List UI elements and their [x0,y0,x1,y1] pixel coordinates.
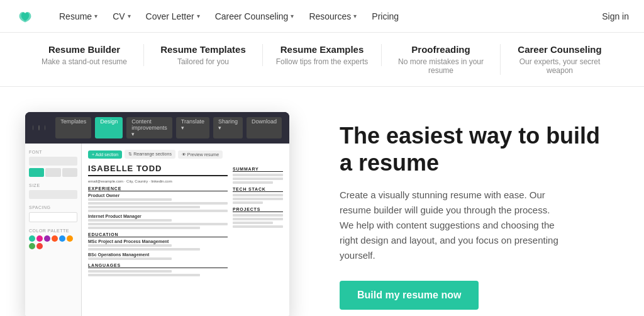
sidebar-section-spacing: SPACING [29,205,77,222]
resume-line [88,270,172,273]
feature-subtitle: Follow tips from the experts [273,57,371,66]
sidebar-label: FONT [29,150,77,154]
feature-subtitle: Make a stand-out resume [35,57,133,66]
logo[interactable] [15,9,35,23]
tab-download[interactable]: Download [247,117,282,138]
resume-candidate-name: ISABELLE TODD [88,164,228,176]
nav-cover-letter[interactable]: Cover Letter ▾ [140,8,206,25]
tab-content[interactable]: Content improvements ▾ [126,117,172,138]
feature-subtitle: Our experts, your secret weapon [511,57,609,75]
feature-title: Career Counseling [511,44,609,55]
nav-pricing[interactable]: Pricing [365,8,405,25]
resume-lines [88,257,228,260]
resume-line [88,219,172,222]
resume-lines [233,194,283,204]
resume-section-summary: SUMMARY [233,167,283,172]
feature-title: Resume Examples [273,44,371,55]
resume-line [233,194,283,196]
tab-translate[interactable]: Translate ▾ [176,117,209,138]
nav-items: Resume ▾ CV ▾ Cover Letter ▾ Career Coun… [53,8,602,25]
hero-panel: The easiest way to build a resume Create… [327,122,606,310]
sidebar-btn-alt2[interactable] [62,168,77,177]
sign-in-button[interactable]: Sign in [602,11,629,21]
chevron-down-icon: ▾ [291,13,294,20]
resume-line [233,225,283,228]
resume-section-projects: PROJECTS [233,207,283,212]
window-dot [45,125,45,130]
window-dot [33,125,33,130]
resume-line [88,223,228,225]
sidebar-section-size: SIZE [29,183,77,199]
hero-description: Create a visually stunning resume with e… [340,188,566,263]
resume-left-column: ISABELLE TODD email@example.com · City, … [88,164,228,278]
resume-line [88,244,172,247]
color-swatch[interactable] [67,235,73,242]
resume-job-title: Product Owner [88,193,228,198]
resume-lines [88,198,228,212]
feature-title: Resume Templates [154,44,252,55]
add-section-button[interactable]: + Add section [88,150,122,159]
resume-line [88,210,228,212]
tab-sharing[interactable]: Sharing ▾ [213,117,243,138]
resume-contact: email@example.com · City, Country · link… [88,179,228,183]
chevron-down-icon: ▾ [128,13,131,20]
rearrange-button[interactable]: ⇅ Rearrange sections [125,150,175,159]
feature-proofreading[interactable]: Proofreading No more mistakes in your re… [382,44,501,75]
feature-bar: Resume Builder Make a stand-out resume R… [0,33,644,87]
sidebar-field[interactable] [29,190,77,199]
nav-resources[interactable]: Resources ▾ [303,8,363,25]
resume-line [88,248,200,251]
resume-lines [88,219,228,229]
sidebar-panel: FONT SIZE SPACING [25,144,82,316]
tab-templates[interactable]: Templates [55,117,91,138]
resume-preview: Templates Design Content improvements ▾ … [25,112,302,316]
app-window: Templates Design Content improvements ▾ … [25,112,289,316]
color-swatch[interactable] [36,243,43,249]
navbar: Resume ▾ CV ▾ Cover Letter ▾ Career Coun… [0,0,644,33]
resume-edu-title: MSc Project and Process Management [88,239,228,244]
hero-title: The easiest way to build a resume [340,122,606,176]
color-swatch[interactable] [29,243,35,249]
color-swatch[interactable] [36,235,43,242]
resume-line [233,198,283,200]
sidebar-btn-default[interactable] [29,168,44,177]
sidebar-field[interactable] [29,157,77,166]
resume-section-experience: EXPERIENCE [88,186,228,191]
sidebar-section-colors: COLOR PALETTE [29,229,77,249]
sidebar-label: COLOR PALETTE [29,229,77,233]
resume-section-education: EDUCATION [88,232,228,237]
color-swatch[interactable] [52,235,58,242]
feature-resume-examples[interactable]: Resume Examples Follow tips from the exp… [263,44,382,66]
sidebar-button-group [29,168,77,177]
resume-line [88,274,200,276]
preview-button[interactable]: 👁 Preview resume [178,150,223,159]
resume-line [233,222,273,224]
nav-resume[interactable]: Resume ▾ [53,8,104,25]
resume-line [233,178,283,180]
sidebar-label: SIZE [29,183,77,188]
main-content: Templates Design Content improvements ▾ … [0,87,644,316]
resume-line [233,214,283,217]
resume-section-techstack: TECH STACK [233,187,283,192]
color-swatch[interactable] [29,235,35,242]
resume-edu-title: BSc Operations Management [88,252,228,257]
feature-subtitle: No more mistakes in your resume [392,57,490,75]
window-dot [38,125,39,130]
action-bar: + Add section ⇅ Rearrange sections 👁 Pre… [88,150,283,159]
sidebar-section-font: FONT [29,150,77,177]
app-bar: Templates Design Content improvements ▾ … [25,112,289,144]
color-swatch[interactable] [59,235,65,242]
resume-line [233,174,283,176]
feature-resume-templates[interactable]: Resume Templates Tailored for you [144,44,263,66]
feature-career-counseling[interactable]: Career Counseling Our experts, your secr… [501,44,619,75]
sidebar-select[interactable] [29,212,77,222]
tab-design[interactable]: Design [95,117,123,138]
nav-career-counseling[interactable]: Career Counseling ▾ [209,8,301,25]
cta-button[interactable]: Build my resume now [340,281,479,310]
color-swatch[interactable] [44,235,50,242]
sidebar-btn-alt[interactable] [45,168,60,177]
resume-line [88,198,172,201]
nav-cv[interactable]: CV ▾ [106,8,136,25]
feature-resume-builder[interactable]: Resume Builder Make a stand-out resume [25,44,144,66]
resume-lines [233,214,283,228]
